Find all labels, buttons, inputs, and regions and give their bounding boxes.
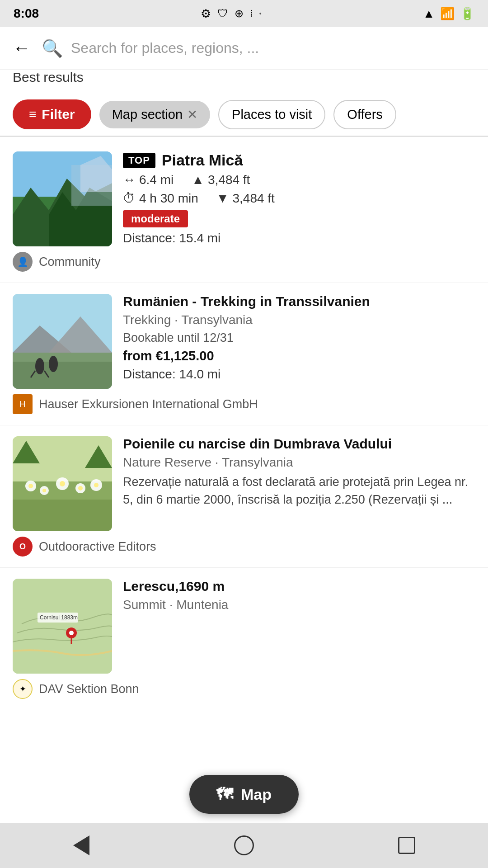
filter-icon: ≡: [29, 107, 36, 122]
result-info-transsilvanien: Rumänien - Trekking in Transsilvanien Tr…: [123, 294, 475, 389]
chip-map-section-label: Map section: [112, 107, 183, 122]
stat-elevation-up: ▲ 3,484 ft: [192, 173, 250, 187]
map-button-overlay: 🗺 Map: [189, 775, 299, 814]
provider-icon-outdooractive: O: [13, 537, 33, 557]
filter-row: ≡ Filter Map section ✕ Places to visit O…: [0, 90, 488, 136]
nav-back-button[interactable]: [66, 830, 97, 861]
result-distance-transsilvanien: Distance: 14.0 mi: [123, 367, 475, 382]
result-thumb-poienile: 🌿: [13, 436, 112, 531]
provider-icon-community: 👤: [13, 252, 33, 272]
provider-icon-hauser: H: [13, 394, 33, 414]
recent-square-icon: [398, 837, 415, 854]
chip-places-to-visit[interactable]: Places to visit: [218, 100, 325, 129]
result-subtitle-transsilvanien: Trekking · Transylvania: [123, 313, 475, 327]
result-desc-poienile: Rezervație naturală a fost declarată ari…: [123, 473, 475, 509]
svg-point-26: [94, 483, 99, 487]
result-thumb-piatra-mica: 🚶: [13, 151, 112, 246]
result-price: from €1,125.00: [123, 349, 475, 363]
svg-point-24: [78, 486, 83, 491]
provider-name-poienile: Outdooractive Editors: [39, 540, 156, 554]
result-bookable: Bookable until 12/31: [123, 331, 475, 345]
provider-row-transsilvanien: H Hauser Exkursionen International GmbH: [13, 394, 475, 414]
result-item-lerescu[interactable]: ▲ Cornisul 1883m Lerescu,1690: [0, 568, 488, 710]
elevation-down-value: 3,484 ft: [232, 191, 274, 206]
result-title-transsilvanien: Rumänien - Trekking in Transsilvanien: [123, 294, 370, 309]
chip-map-section-close[interactable]: ✕: [187, 107, 197, 122]
result-title-lerescu: Lerescu,1690 m: [123, 579, 225, 594]
bottom-nav: [0, 823, 488, 868]
result-subtitle-poienile: Nature Reserve · Transylvania: [123, 455, 475, 470]
svg-point-20: [42, 489, 46, 492]
elevation-up-value: 3,484 ft: [208, 173, 250, 187]
distance-icon: ↔: [123, 173, 136, 187]
nav-home-button[interactable]: [228, 830, 260, 861]
divider: [0, 136, 488, 137]
back-button[interactable]: ←: [13, 38, 31, 58]
svg-point-33: [69, 631, 74, 635]
result-title-poienile: Poienile cu narcise din Dumbrava Vadului: [123, 436, 392, 452]
map-button[interactable]: 🗺 Map: [189, 775, 299, 814]
dots-icon: ⁞: [250, 8, 253, 19]
result-subtitle-lerescu: Summit · Muntenia: [123, 598, 475, 612]
svg-text:Cornisul 1883m: Cornisul 1883m: [40, 614, 78, 621]
svg-point-22: [60, 481, 65, 486]
wifi-icon: ▲: [423, 7, 435, 21]
best-results-label: Best results: [0, 70, 488, 90]
provider-name-transsilvanien: Hauser Exkursionen International GmbH: [39, 397, 258, 411]
svg-rect-29: [13, 500, 112, 531]
map-button-label: Map: [241, 786, 272, 803]
mountain-illustration: [13, 151, 112, 246]
result-item-transsilvanien[interactable]: ✦ Rumänien - Trekking in Transsilvanien …: [0, 283, 488, 425]
duration-value: 4 h 30 min: [139, 191, 198, 206]
svg-point-18: [28, 484, 33, 488]
svg-rect-30: [13, 579, 112, 674]
svg-point-11: [35, 358, 44, 374]
trekking-illustration: [13, 294, 112, 389]
result-thumb-transsilvanien: ✦: [13, 294, 112, 389]
search-input[interactable]: Search for places, regions, ...: [71, 40, 475, 57]
provider-name-lerescu: DAV Sektion Bonn: [39, 682, 139, 696]
chip-offers[interactable]: Offers: [333, 100, 396, 129]
result-stats2-piatra-mica: ⏱ 4 h 30 min ▼ 3,484 ft: [123, 191, 475, 206]
settings-icon: ⚙: [201, 7, 211, 21]
clock-icon: ⏱: [123, 191, 136, 206]
shield-icon: 🛡: [217, 7, 228, 20]
up-icon: ▲: [192, 173, 204, 187]
map-illustration: Cornisul 1883m: [13, 579, 112, 674]
provider-name-piatra-mica: Community: [39, 255, 101, 269]
dot-icon: •: [259, 10, 262, 17]
result-thumb-lerescu: ▲ Cornisul 1883m: [13, 579, 112, 674]
svg-rect-10: [13, 362, 112, 389]
top-badge: TOP: [123, 153, 155, 168]
chip-offers-label: Offers: [347, 107, 382, 122]
provider-row-piatra-mica: 👤 Community: [13, 252, 475, 272]
result-item-piatra-mica[interactable]: 🚶 TOP Piatra Mică ↔ 6.4 mi: [0, 141, 488, 283]
status-bar: 8:08 ⚙ 🛡 ⊕ ⁞ • ▲ 📶 🔋: [0, 0, 488, 27]
result-title-piatra-mica: Piatra Mică: [162, 151, 243, 169]
svg-point-12: [49, 356, 58, 372]
difficulty-badge: moderate: [123, 210, 188, 227]
search-icon: 🔍: [42, 38, 63, 58]
result-info-lerescu: Lerescu,1690 m Summit · Muntenia: [123, 579, 475, 674]
stat-duration: ⏱ 4 h 30 min: [123, 191, 198, 206]
status-icons-left: ⚙ 🛡 ⊕ ⁞ •: [201, 7, 262, 21]
filter-button[interactable]: ≡ Filter: [13, 99, 91, 129]
stat-distance: ↔ 6.4 mi: [123, 173, 174, 187]
map-icon: 🗺: [216, 785, 233, 804]
battery-icon: 🔋: [460, 7, 474, 21]
result-distance-piatra-mica: Distance: 15.4 mi: [123, 231, 475, 245]
result-info-piatra-mica: TOP Piatra Mică ↔ 6.4 mi ▲ 3,484 ft ⏱ 4 …: [123, 151, 475, 246]
filter-label: Filter: [42, 107, 75, 122]
result-item-poienile[interactable]: 🌿: [0, 425, 488, 568]
distance-value: 6.4 mi: [139, 173, 174, 187]
back-triangle-icon: [73, 835, 89, 855]
provider-row-lerescu: ✦ DAV Sektion Bonn: [13, 679, 475, 699]
stat-elevation-down: ▼ 3,484 ft: [216, 191, 275, 206]
chip-map-section[interactable]: Map section ✕: [99, 101, 210, 128]
result-info-poienile: Poienile cu narcise din Dumbrava Vadului…: [123, 436, 475, 531]
nav-recent-button[interactable]: [391, 830, 422, 861]
provider-row-poienile: O Outdooractive Editors: [13, 537, 475, 557]
search-bar: ← 🔍 Search for places, regions, ...: [0, 27, 488, 70]
result-stats-piatra-mica: ↔ 6.4 mi ▲ 3,484 ft: [123, 173, 475, 187]
status-time: 8:08: [14, 6, 39, 21]
